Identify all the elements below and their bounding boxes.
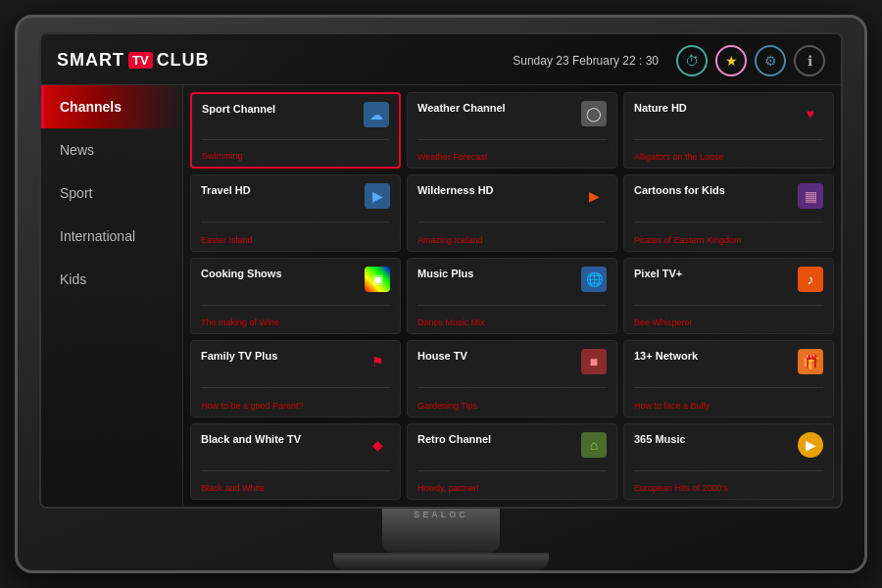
channel-divider: [417, 387, 607, 388]
channel-name: Music Plus: [417, 267, 581, 280]
channel-icon: ⌂: [581, 432, 607, 458]
sidebar-item-channels[interactable]: Channels: [41, 85, 182, 128]
tv-screen: SMART TV CLUB Sunday 23 February 22 : 30…: [39, 32, 843, 509]
channel-card[interactable]: Pixel TV+ ♪ Bee Whisperer: [623, 258, 834, 335]
channel-divider: [417, 139, 607, 140]
channel-grid: Sport Channel ☁ Swimming Weather Channel…: [183, 85, 841, 507]
channel-icon: ■: [581, 349, 607, 374]
channel-divider: [417, 470, 607, 471]
channel-card[interactable]: Retro Channel ⌂ Howdy, partner!: [407, 423, 617, 500]
channel-name: 365 Music: [634, 432, 798, 446]
info-icon[interactable]: ℹ: [794, 45, 825, 76]
sidebar-item-sport[interactable]: Sport: [41, 172, 182, 215]
channel-icon: ◆: [365, 432, 390, 458]
channel-subtext: The making of Wine: [201, 318, 390, 327]
channel-card-top: Retro Channel ⌂: [417, 432, 607, 458]
channel-name: Pixel TV+: [634, 267, 798, 280]
channel-card[interactable]: 13+ Network 🎁 How to face a Bully: [623, 340, 834, 416]
channel-icon: ♥: [798, 101, 823, 126]
channel-icon: ▣: [365, 267, 390, 292]
logo-club: CLUB: [157, 50, 210, 71]
channel-name: Sport Channel: [202, 102, 364, 116]
channel-icon: 🎁: [798, 349, 823, 374]
channel-name: Wilderness HD: [417, 183, 581, 197]
channel-card[interactable]: Cooking Shows ▣ The making of Wine: [190, 258, 401, 335]
channel-subtext: How to be a good Parent?: [201, 401, 390, 411]
channel-card[interactable]: 365 Music ▶ European Hits of 2000's: [623, 423, 834, 500]
channel-card[interactable]: Cartoons for Kids ▦ Pirates of Eastern K…: [623, 174, 834, 251]
channel-name: Weather Channel: [417, 101, 581, 115]
channel-divider: [417, 305, 607, 306]
channel-name: Travel HD: [201, 183, 365, 197]
channel-subtext: Dance Music Mix: [417, 318, 607, 327]
channel-icon: ▶: [365, 183, 390, 209]
star-icon[interactable]: ★: [715, 45, 747, 76]
channel-card-top: Pixel TV+ ♪: [634, 267, 823, 292]
channel-card-top: 13+ Network 🎁: [634, 349, 823, 374]
channel-subtext: European Hits of 2000's: [634, 483, 823, 493]
sidebar-item-news[interactable]: News: [41, 128, 182, 172]
channel-icon: 🌐: [581, 267, 607, 292]
header: SMART TV CLUB Sunday 23 February 22 : 30…: [41, 34, 841, 85]
channel-card[interactable]: Family TV Plus ⚑ How to be a good Parent…: [190, 340, 401, 416]
channel-card-top: Travel HD ▶: [201, 183, 390, 209]
channel-card[interactable]: House TV ■ Gardening Tips: [407, 340, 617, 416]
channel-subtext: Amazing Iceland: [417, 235, 607, 245]
channel-card[interactable]: Sport Channel ☁ Swimming: [190, 92, 401, 169]
channel-name: Nature HD: [634, 101, 798, 115]
channel-card[interactable]: Music Plus 🌐 Dance Music Mix: [407, 258, 617, 335]
sidebar: Channels News Sport International Kids: [41, 85, 183, 507]
channel-divider: [202, 139, 389, 140]
channel-divider: [634, 305, 823, 306]
channel-divider: [417, 221, 607, 222]
channel-card-top: Sport Channel ☁: [202, 102, 389, 127]
channel-card[interactable]: Wilderness HD ▶ Amazing Iceland: [407, 174, 617, 251]
channel-subtext: Swimming: [202, 151, 389, 161]
channel-divider: [201, 305, 390, 306]
channel-name: House TV: [417, 349, 581, 363]
channel-card-top: Music Plus 🌐: [417, 267, 607, 292]
channel-divider: [634, 139, 823, 140]
screen-inner: SMART TV CLUB Sunday 23 February 22 : 30…: [41, 34, 841, 507]
channel-subtext: Weather Forecast: [417, 152, 607, 162]
channel-icon: ☁: [364, 102, 389, 127]
channel-card-top: Cartoons for Kids ▦: [634, 183, 823, 209]
logo-tv-badge: TV: [128, 52, 153, 69]
channel-subtext: Bee Whisperer: [634, 318, 823, 327]
channel-card-top: House TV ■: [417, 349, 607, 374]
channel-card-top: 365 Music ▶: [634, 432, 823, 458]
channel-name: Retro Channel: [417, 432, 581, 446]
channel-name: Cartoons for Kids: [634, 183, 798, 197]
clock-icon[interactable]: ⏱: [676, 45, 708, 76]
channel-icon: ▦: [798, 183, 823, 209]
channel-subtext: Howdy, partner!: [417, 483, 607, 493]
channel-card-top: Cooking Shows ▣: [201, 267, 390, 292]
channel-subtext: Black and White: [201, 483, 390, 493]
channel-card[interactable]: Black and White TV ◆ Black and White: [190, 423, 401, 500]
channel-subtext: Alligators on the Loose: [634, 152, 823, 162]
brand-label: SEALOC: [414, 510, 468, 519]
channel-card[interactable]: Nature HD ♥ Alligators on the Loose: [623, 92, 834, 169]
channel-divider: [201, 387, 390, 388]
channel-name: 13+ Network: [634, 349, 798, 363]
gear-icon[interactable]: ⚙: [755, 45, 786, 76]
channel-divider: [634, 387, 823, 388]
channel-card-top: Nature HD ♥: [634, 101, 823, 126]
channel-card[interactable]: Weather Channel ◯ Weather Forecast: [407, 92, 617, 169]
channel-card-top: Black and White TV ◆: [201, 432, 390, 458]
channel-card[interactable]: Travel HD ▶ Easter Island: [190, 174, 401, 251]
sidebar-item-international[interactable]: International: [41, 215, 182, 258]
tv-base: [333, 553, 549, 570]
logo: SMART TV CLUB: [57, 50, 210, 71]
channel-icon: ▶: [798, 432, 823, 458]
header-right: Sunday 23 February 22 : 30 ⏱ ★ ⚙ ℹ: [513, 45, 825, 76]
channel-divider: [634, 470, 823, 471]
channel-card-top: Wilderness HD ▶: [417, 183, 607, 209]
channel-subtext: Easter Island: [201, 235, 390, 245]
logo-smart: SMART: [57, 50, 124, 71]
sidebar-item-kids[interactable]: Kids: [41, 258, 182, 301]
channel-divider: [634, 221, 823, 222]
datetime: Sunday 23 February 22 : 30: [513, 54, 659, 68]
channel-name: Cooking Shows: [201, 267, 365, 280]
channel-card-top: Weather Channel ◯: [417, 101, 607, 126]
